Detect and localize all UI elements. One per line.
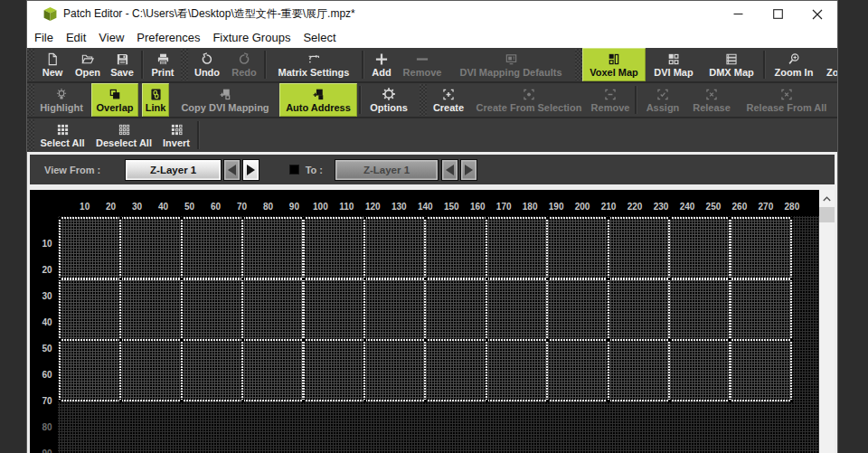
fixture-border-line xyxy=(486,217,487,402)
window-title: Patch Editor - C:\Users\看\Desktop\造型文件-重… xyxy=(63,6,355,22)
print-button[interactable]: Print xyxy=(145,48,181,81)
deselect-all-button[interactable]: Deselect All xyxy=(90,118,157,152)
fixture-border-corner xyxy=(546,339,549,342)
faucet-icon xyxy=(307,52,321,66)
vertical-scrollbar[interactable] xyxy=(819,190,835,453)
release-from-all-button[interactable]: Release From All xyxy=(736,83,837,117)
undo-arrow-icon xyxy=(200,52,214,66)
ruler-top-label: 70 xyxy=(237,201,247,211)
fixture-border-corner xyxy=(180,400,183,402)
options-button[interactable]: Options xyxy=(363,83,415,117)
new-button[interactable]: New xyxy=(34,48,71,81)
fixture-border-corner xyxy=(546,278,549,280)
menu-edit[interactable]: Edit xyxy=(60,27,92,48)
save-button[interactable]: Save xyxy=(105,48,139,81)
dvi-map-button[interactable]: DVI Map xyxy=(646,48,702,81)
voxel-map-button[interactable]: Voxel Map xyxy=(582,48,646,81)
patch-grid-area[interactable]: 1020304050607080901001101201301401501601… xyxy=(30,190,835,453)
fixture-border-corner xyxy=(119,278,122,280)
dmx-map-button[interactable]: DMX Map xyxy=(702,48,761,81)
fixture-border-corner xyxy=(241,217,244,220)
view-from-dropdown[interactable]: Z-Layer 1 xyxy=(125,159,222,181)
ruler-top-label: 200 xyxy=(575,201,590,211)
to-checkbox[interactable] xyxy=(289,165,299,175)
view-to-dropdown[interactable]: Z-Layer 1 xyxy=(335,159,439,181)
dmx-map-icon xyxy=(724,52,739,66)
zoom-out-button[interactable]: Zoom Out xyxy=(821,48,837,81)
left-arrow-icon xyxy=(228,165,236,175)
view-to-next-button[interactable] xyxy=(460,159,477,181)
scrollbar-thumb[interactable] xyxy=(819,207,835,222)
ruler-top-label: 10 xyxy=(80,201,90,211)
ruler-top-label: 270 xyxy=(759,201,774,211)
invert-button[interactable]: Invert xyxy=(157,118,195,152)
fixture-border-corner xyxy=(424,278,427,280)
toolbar-drag-handle[interactable] xyxy=(181,49,188,80)
ruler-top-label: 120 xyxy=(365,201,381,211)
ruler-left-label: 50 xyxy=(42,343,52,353)
remove-selection-button[interactable]: Remove xyxy=(588,83,633,117)
toolbar-drag-handle[interactable] xyxy=(420,84,427,116)
dvi-mapping-defaults-button[interactable]: DVI Mapping Defaults xyxy=(447,48,575,81)
create-from-selection-button[interactable]: Create From Selection xyxy=(470,83,588,117)
ruler-top-label: 20 xyxy=(106,201,116,211)
fixture-border-corner xyxy=(546,217,549,220)
ruler-top-label: 210 xyxy=(601,201,617,211)
fixture-border-corner xyxy=(486,217,488,220)
menu-preferences[interactable]: Preferences xyxy=(130,27,206,48)
desktop-background: Patch Editor - C:\Users\看\Desktop\造型文件-重… xyxy=(0,0,868,453)
ruler-top-label: 280 xyxy=(785,201,800,211)
menu-fixture-groups[interactable]: Fixture Groups xyxy=(206,27,297,48)
ruler-top-label: 160 xyxy=(470,201,486,211)
select-all-button[interactable]: Select All xyxy=(34,118,90,152)
close-button[interactable] xyxy=(797,1,837,27)
ruler-left-label: 80 xyxy=(42,421,52,431)
fixture-border-corner xyxy=(302,339,305,342)
remove-button[interactable]: Remove xyxy=(398,48,447,81)
link-button[interactable]: Link xyxy=(142,83,169,117)
fixture-border-corner xyxy=(119,217,122,220)
view-to-prev-button[interactable] xyxy=(441,159,458,181)
matrix-settings-button[interactable]: Matrix Settings xyxy=(268,48,360,81)
assign-button[interactable]: Assign xyxy=(638,83,687,117)
toolbar-drag-handle[interactable] xyxy=(575,49,582,80)
fixture-border-corner xyxy=(790,278,793,280)
toolbar-drag-handle[interactable] xyxy=(27,119,34,151)
fixture-border-line xyxy=(241,217,243,402)
open-button[interactable]: Open xyxy=(71,48,105,81)
fixture-border-corner xyxy=(668,339,671,342)
create-selection-icon xyxy=(441,87,456,101)
zoom-in-icon xyxy=(787,52,801,66)
toolbar-separator xyxy=(362,51,363,79)
view-from-next-button[interactable] xyxy=(242,159,259,181)
ruler-top-label: 150 xyxy=(444,201,459,211)
ruler-top-label: 220 xyxy=(627,201,643,211)
fixture-border-line xyxy=(790,217,792,402)
fixture-border-corner xyxy=(668,400,671,402)
open-folder-icon xyxy=(80,52,95,66)
scroll-up-button[interactable] xyxy=(819,192,835,206)
release-button[interactable]: Release xyxy=(687,83,736,117)
menu-file[interactable]: File xyxy=(28,27,60,48)
right-arrow-icon xyxy=(465,165,473,175)
undo-button[interactable]: Undo xyxy=(188,48,226,81)
view-from-prev-button[interactable] xyxy=(223,159,241,181)
toolbar-drag-handle[interactable] xyxy=(27,84,34,116)
menu-select[interactable]: Select xyxy=(297,27,342,48)
create-button[interactable]: Create xyxy=(427,83,470,117)
toolbar-drag-handle[interactable] xyxy=(27,49,34,80)
minimize-button[interactable] xyxy=(718,1,758,27)
add-button[interactable]: Add xyxy=(365,48,398,81)
redo-button[interactable]: Redo xyxy=(226,48,262,81)
highlight-button[interactable]: Highlight xyxy=(34,83,89,117)
maximize-button[interactable] xyxy=(758,1,797,27)
auto-address-icon xyxy=(311,87,326,101)
fixture-border-corner xyxy=(119,339,122,342)
menu-view[interactable]: View xyxy=(92,27,130,48)
ruler-left-label: 70 xyxy=(42,395,52,405)
toolbar-row-3: Select All Deselect All Invert xyxy=(27,117,837,152)
overlap-button[interactable]: Overlap xyxy=(91,83,138,117)
auto-address-button[interactable]: Auto Address xyxy=(279,83,357,117)
zoom-in-button[interactable]: Zoom In xyxy=(767,48,821,81)
copy-dvi-mapping-button[interactable]: Copy DVI Mapping xyxy=(172,83,278,117)
